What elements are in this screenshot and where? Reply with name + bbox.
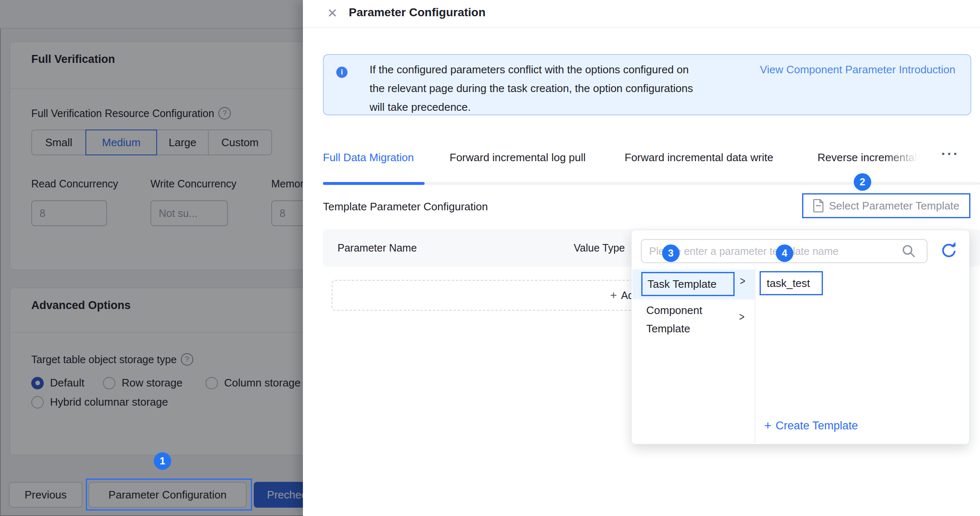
template-dropdown-panel: Task Template > Component Template > tas… <box>631 230 970 444</box>
chevron-right-icon: > <box>739 310 745 324</box>
section-title: Template Parameter Configuration <box>323 200 488 213</box>
info-icon: i <box>336 67 348 78</box>
create-template-label: Create Template <box>776 419 858 432</box>
view-component-parameter-link[interactable]: View Component Parameter Introduction <box>760 63 955 76</box>
plus-icon: + <box>610 289 617 302</box>
annotation-box-parameter-configuration <box>86 479 252 511</box>
close-icon[interactable]: ✕ <box>327 6 338 20</box>
info-alert: i If the configured parameters conflict … <box>323 54 971 115</box>
column-value-type: Value Type <box>574 229 625 267</box>
tab-forward-incremental-log-pull[interactable]: Forward incremental log pull <box>450 151 586 164</box>
category-task-template[interactable]: Task Template <box>641 272 735 296</box>
search-icon <box>902 244 916 258</box>
create-template-button[interactable]: + Create Template <box>764 419 858 433</box>
parameter-configuration-drawer: ✕ Parameter Configuration i If the confi… <box>303 0 980 516</box>
chevron-right-icon: > <box>740 274 745 288</box>
refresh-icon[interactable] <box>940 241 958 259</box>
more-tabs-icon[interactable]: ··· <box>941 146 959 162</box>
column-parameter-name: Parameter Name <box>338 229 417 267</box>
select-parameter-template-label: Select Parameter Template <box>829 199 959 212</box>
document-icon <box>813 199 824 212</box>
category-task-template-row[interactable]: Task Template > <box>632 269 755 299</box>
template-item-task-test[interactable]: task_test <box>760 271 823 295</box>
annotation-badge-2: 2 <box>854 173 871 191</box>
dropdown-column-divider <box>755 267 755 443</box>
tab-overflow-fade <box>885 148 932 167</box>
annotation-badge-1: 1 <box>154 452 171 470</box>
annotation-badge-3: 3 <box>662 244 680 262</box>
drawer-title: Parameter Configuration <box>349 6 485 19</box>
tab-forward-incremental-data-write[interactable]: Forward incremental data write <box>625 151 773 164</box>
active-tab-indicator <box>323 182 425 185</box>
tab-full-data-migration[interactable]: Full Data Migration <box>323 151 414 164</box>
category-component-template[interactable]: Component Template <box>646 301 725 338</box>
screenshot-root: Full Verification Full Verification Reso… <box>0 0 980 516</box>
plus-icon: + <box>764 419 772 433</box>
header-divider <box>303 27 980 28</box>
annotation-badge-4: 4 <box>776 244 793 262</box>
modal-dim-overlay <box>0 0 303 516</box>
select-parameter-template-button[interactable]: Select Parameter Template <box>802 193 970 218</box>
alert-text: If the configured parameters conflict wi… <box>370 60 693 117</box>
